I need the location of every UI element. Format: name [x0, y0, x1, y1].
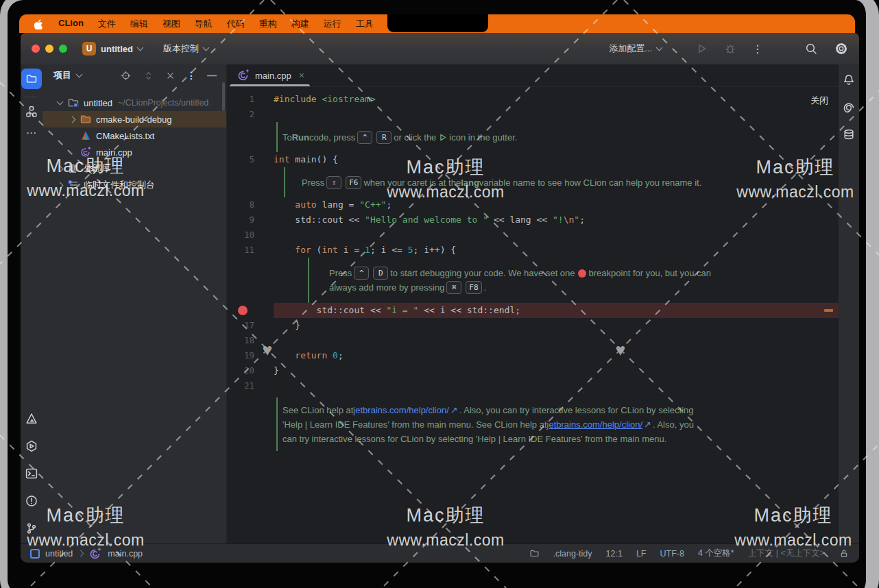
- tree-item[interactable]: CMakeLists.txt: [43, 127, 226, 144]
- zoom-window-button[interactable]: [59, 45, 67, 53]
- notifications-bell-icon[interactable]: [839, 70, 859, 90]
- gutter[interactable]: 20: [227, 363, 274, 378]
- settings-gear-icon[interactable]: [834, 42, 848, 56]
- more-actions-icon[interactable]: ⋮: [752, 42, 763, 56]
- statusbar-widgets: .clang-tidy12:1LFUTF-84 个空格*上下文 | <无上下文>: [529, 548, 850, 559]
- lesson-banner-row: To Run code, press ^R or click the icon …: [227, 122, 839, 152]
- menu-item-编辑[interactable]: 编辑: [130, 18, 148, 30]
- breakpoint-icon[interactable]: [238, 306, 248, 315]
- run-button[interactable]: [695, 42, 708, 56]
- gutter[interactable]: [227, 122, 274, 152]
- gutter[interactable]: 9: [227, 212, 274, 228]
- gutter[interactable]: 19: [227, 348, 274, 363]
- gutter[interactable]: 1: [227, 92, 274, 107]
- status-item[interactable]: .clang-tidy: [553, 549, 592, 559]
- gutter[interactable]: [227, 397, 274, 455]
- external-link-icon: ↗: [450, 403, 458, 417]
- gutter[interactable]: 21: [227, 378, 274, 393]
- project-tool-button[interactable]: [21, 69, 42, 89]
- breadcrumb-item[interactable]: main.cpp: [108, 549, 143, 559]
- apple-logo-icon[interactable]: [33, 19, 43, 29]
- expand-collapse-icon[interactable]: [143, 70, 154, 82]
- tab-main-cpp[interactable]: C main.cpp ×: [228, 64, 311, 86]
- gutter[interactable]: 2: [227, 107, 274, 122]
- locate-file-icon[interactable]: [120, 70, 132, 82]
- more-tools-icon[interactable]: ⋯: [26, 127, 37, 139]
- banner-text: To: [282, 130, 292, 145]
- debug-button[interactable]: [723, 42, 737, 56]
- status-item[interactable]: 上下文 | <无上下文>: [748, 548, 825, 559]
- tree-chevron-icon[interactable]: [52, 101, 67, 104]
- panel-options-icon[interactable]: ⋮: [186, 70, 196, 81]
- ai-assistant-icon[interactable]: [839, 97, 859, 118]
- left-activity-bar: ⋯: [21, 64, 43, 543]
- menu-item-代码[interactable]: 代码: [227, 18, 245, 30]
- code-area[interactable]: 1#include <iostream>2To Run code, press …: [227, 87, 839, 543]
- tree-chevron-icon[interactable]: [52, 183, 67, 188]
- menu-item-构建[interactable]: 构建: [291, 18, 309, 30]
- terminal-icon[interactable]: [25, 467, 38, 480]
- chevron-right-icon: [56, 182, 63, 188]
- menu-item-工具[interactable]: 工具: [356, 18, 374, 30]
- menu-item-文件[interactable]: 文件: [98, 18, 116, 30]
- collapse-all-icon[interactable]: [165, 71, 176, 81]
- tree-item[interactable]: 外部库: [43, 160, 226, 177]
- vcs-widget[interactable]: 版本控制: [163, 42, 208, 55]
- banner-line: Press ^D to start debugging your code. W…: [329, 266, 839, 280]
- status-item[interactable]: UTF-8: [660, 549, 684, 559]
- problems-icon[interactable]: [25, 494, 38, 508]
- tree-item[interactable]: untitled~/CLionProjects/untitled: [43, 95, 226, 111]
- gutter[interactable]: [227, 303, 274, 318]
- gutter[interactable]: 18: [227, 333, 274, 348]
- gutter[interactable]: 17: [227, 318, 274, 333]
- project-panel-title[interactable]: 项目: [53, 69, 71, 82]
- unlock-icon[interactable]: [839, 548, 850, 559]
- banner-line: See CLion help at jetbrains.com/help/cli…: [282, 403, 839, 417]
- breadcrumb-item[interactable]: untitled: [45, 549, 73, 559]
- tree-item[interactable]: cmake-build-debug: [43, 111, 226, 127]
- commit-structure-icon[interactable]: [25, 105, 38, 119]
- minimize-window-button[interactable]: [45, 45, 53, 53]
- divider: [25, 97, 38, 97]
- code-token: int: [274, 154, 289, 164]
- menu-item-视图[interactable]: 视图: [162, 18, 180, 30]
- run-configuration-selector[interactable]: 添加配置...: [609, 42, 662, 55]
- cmake-tool-icon[interactable]: [25, 412, 38, 426]
- code-token: }: [274, 320, 300, 330]
- gutter[interactable]: 10: [227, 228, 274, 243]
- menu-item-重构[interactable]: 重构: [259, 18, 277, 30]
- services-icon[interactable]: [25, 439, 38, 453]
- gutter[interactable]: 8: [227, 197, 274, 212]
- gutter[interactable]: 11: [227, 243, 274, 258]
- menu-item-导航[interactable]: 导航: [195, 18, 213, 30]
- help-link[interactable]: jetbrains.com/help/clion/: [547, 417, 642, 432]
- chevron-right-icon: [69, 116, 75, 123]
- banner-close-button[interactable]: 关闭: [810, 95, 828, 107]
- status-item[interactable]: 12:1: [606, 549, 623, 559]
- status-item[interactable]: LF: [636, 549, 647, 559]
- git-branch-icon[interactable]: [25, 522, 38, 535]
- tree-chevron-icon[interactable]: [64, 117, 80, 122]
- gutter[interactable]: [227, 167, 274, 197]
- menu-item-CLion[interactable]: CLion: [58, 18, 84, 30]
- panel-scrollbar[interactable]: [222, 82, 225, 111]
- titlebar: U untitled 版本控制 添加配置... ⋮: [21, 33, 859, 64]
- menu-item-运行[interactable]: 运行: [324, 18, 341, 30]
- status-item[interactable]: 4 个空格*: [698, 548, 734, 559]
- tree-item-path: ~/CLionProjects/untitled: [118, 98, 208, 108]
- search-icon[interactable]: [804, 42, 818, 56]
- gutter[interactable]: [227, 258, 274, 303]
- line-content: [274, 333, 839, 348]
- help-link[interactable]: jetbrains.com/help/clion/: [353, 403, 448, 417]
- gutter[interactable]: 5: [227, 152, 274, 167]
- close-window-button[interactable]: [32, 45, 40, 53]
- project-widget[interactable]: U untitled: [82, 42, 143, 56]
- hide-panel-icon[interactable]: —: [207, 70, 217, 81]
- tree-chevron-icon[interactable]: [52, 167, 67, 171]
- folder-small-icon[interactable]: [529, 548, 540, 559]
- close-tab-icon[interactable]: ×: [299, 70, 304, 81]
- screen: { "palette":{ "orange":"#ED6B0C","kw":"#…: [0, 0, 879, 588]
- tree-item[interactable]: Cmain.cpp: [43, 144, 226, 160]
- tree-item[interactable]: 临时文件和控制台: [43, 177, 226, 193]
- database-icon[interactable]: [839, 125, 859, 145]
